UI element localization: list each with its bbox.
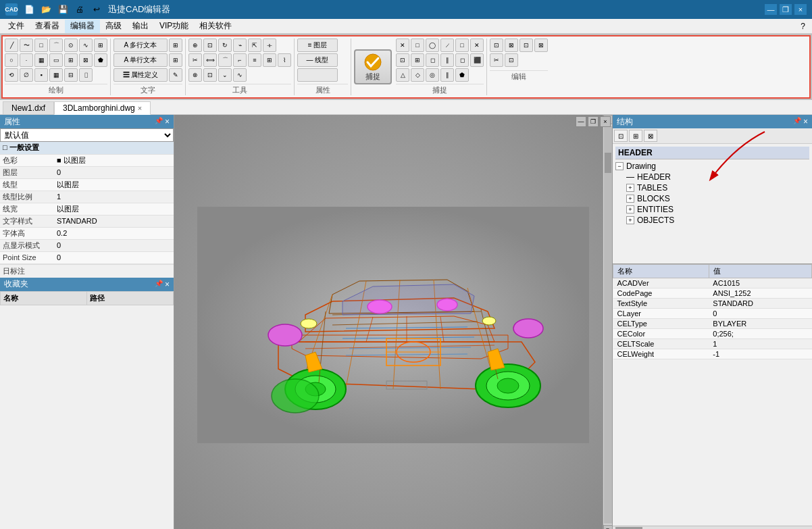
struct-tb-3[interactable]: ⊠ bbox=[644, 130, 657, 142]
tb-snap-2[interactable]: □ bbox=[411, 39, 424, 52]
tb-table[interactable]: ▦ bbox=[49, 68, 63, 82]
struct-pin[interactable]: 📌 bbox=[793, 117, 801, 126]
tb-wipeout[interactable]: ⟲ bbox=[5, 68, 18, 82]
tab-3dlamborghini[interactable]: 3DLamborghini.dwg × bbox=[54, 101, 151, 115]
right-props-scrollbar-h[interactable] bbox=[613, 526, 812, 529]
fav-pin[interactable]: 📌 bbox=[155, 280, 163, 289]
tb-polyline[interactable]: 〜 bbox=[20, 39, 33, 52]
vp-restore[interactable]: ❐ bbox=[588, 116, 599, 127]
tree-expand-entities[interactable]: + bbox=[626, 205, 634, 213]
struct-tb-2[interactable]: ⊞ bbox=[629, 130, 642, 142]
minimize-button[interactable]: — bbox=[765, 4, 777, 15]
tb-snap-14[interactable]: ◇ bbox=[411, 68, 424, 82]
scroll-thumb-v[interactable] bbox=[605, 153, 611, 173]
tb-more1[interactable]: ⊞ bbox=[94, 39, 107, 52]
tb-paste[interactable]: ⊡ bbox=[505, 53, 518, 67]
tb-edit-1[interactable]: ⊡ bbox=[490, 39, 503, 52]
tb-erase[interactable]: ⊗ bbox=[188, 68, 202, 82]
tb-edit-3[interactable]: ⊡ bbox=[519, 39, 533, 52]
open-button[interactable]: 📂 bbox=[39, 3, 53, 16]
tb-edit-4[interactable]: ⊠ bbox=[534, 39, 548, 52]
tb-chamfer[interactable]: ⌐ bbox=[233, 53, 247, 67]
tab-new1[interactable]: New1.dxf bbox=[3, 101, 54, 114]
viewport-scrollbar-v[interactable]: ▲ ▼ bbox=[603, 115, 612, 529]
menu-viewer[interactable]: 查看器 bbox=[30, 20, 65, 33]
tb-snap-16[interactable]: ∥ bbox=[440, 68, 454, 82]
tb-insert[interactable]: ⊞ bbox=[64, 53, 78, 67]
tb-arc[interactable]: ⌒ bbox=[49, 39, 63, 52]
tb-snap-17[interactable]: ⬟ bbox=[455, 68, 469, 82]
props-pin[interactable]: 📌 bbox=[155, 117, 163, 126]
save-button[interactable]: 💾 bbox=[55, 3, 70, 16]
tb-more2[interactable]: ⬟ bbox=[94, 53, 107, 67]
tb-circle[interactable]: ⊙ bbox=[64, 39, 78, 52]
properties-select[interactable]: 默认值 bbox=[0, 128, 174, 142]
tb-cut[interactable]: ✂ bbox=[490, 53, 503, 67]
restore-button[interactable]: ❐ bbox=[780, 4, 792, 15]
tree-item-entities[interactable]: + ENTITIES bbox=[626, 204, 809, 215]
menu-file[interactable]: 文件 bbox=[3, 20, 30, 33]
tb-join[interactable]: ⌄ bbox=[218, 68, 232, 82]
tb-singletext-extra[interactable]: ⊞ bbox=[169, 53, 182, 67]
tree-expand-tables[interactable]: + bbox=[626, 184, 634, 192]
tb-offset[interactable]: ≡ bbox=[248, 53, 261, 67]
close-button[interactable]: × bbox=[794, 4, 807, 15]
scroll-track-v[interactable] bbox=[604, 126, 612, 524]
snap-big-button[interactable]: 捕捉 bbox=[354, 49, 392, 84]
undo-button[interactable]: ↩ bbox=[89, 3, 104, 16]
tb-move[interactable]: ⊕ bbox=[188, 39, 202, 52]
menu-related[interactable]: 相关软件 bbox=[194, 20, 237, 33]
right-hscroll-thumb[interactable] bbox=[615, 527, 642, 530]
properties-scroll[interactable]: □ 一般设置 色彩 ■ 以图层 图层 0 线型 以图层 bbox=[0, 142, 174, 264]
tb-dot[interactable]: ▪ bbox=[34, 68, 48, 82]
tb-attdef[interactable]: ☰ 属性定义 bbox=[113, 68, 168, 82]
struct-close[interactable]: × bbox=[803, 117, 808, 126]
viewport-canvas[interactable] bbox=[174, 115, 612, 529]
help-button[interactable]: ? bbox=[796, 20, 809, 32]
tb-snap-1[interactable]: ✕ bbox=[396, 39, 409, 52]
vp-minimize[interactable]: — bbox=[576, 116, 586, 127]
menu-vip[interactable]: VIP功能 bbox=[154, 20, 194, 33]
tb-extend[interactable]: ⟺ bbox=[203, 53, 217, 67]
tb-snap-8[interactable]: ⊞ bbox=[411, 53, 424, 67]
tb-break[interactable]: ⌇ bbox=[278, 53, 291, 67]
tab-3dlamborghini-close[interactable]: × bbox=[138, 104, 142, 112]
scroll-down[interactable]: ▼ bbox=[603, 525, 613, 529]
tb-copy[interactable]: ⊡ bbox=[203, 39, 217, 52]
right-props-scroll[interactable]: 名称 值 ACADVer AC1015 CodePage ANSI_1252 bbox=[613, 264, 812, 526]
tb-array[interactable]: ⊞ bbox=[263, 53, 276, 67]
vp-close[interactable]: × bbox=[600, 116, 611, 127]
tree-item-tables[interactable]: + TABLES bbox=[626, 182, 809, 193]
tree-item-header[interactable]: — HEADER bbox=[626, 172, 809, 182]
tb-more3[interactable]: ⌷ bbox=[79, 68, 93, 82]
tb-revision[interactable]: ∅ bbox=[20, 68, 33, 82]
tree-item-objects[interactable]: + OBJECTS bbox=[626, 215, 809, 226]
tb-dline[interactable]: ⊟ bbox=[64, 68, 78, 82]
tb-snap-9[interactable]: ◻ bbox=[426, 53, 439, 67]
print-button[interactable]: 🖨 bbox=[72, 3, 87, 16]
tree-expand-objects[interactable]: + bbox=[626, 216, 634, 224]
tb-point[interactable]: · bbox=[20, 53, 33, 67]
tb-snap-13[interactable]: △ bbox=[396, 68, 409, 82]
menu-output[interactable]: 输出 bbox=[127, 20, 154, 33]
tb-rect[interactable]: □ bbox=[34, 39, 48, 52]
tb-stretch[interactable]: ⟛ bbox=[263, 39, 276, 52]
tb-snap-12[interactable]: ⬛ bbox=[470, 53, 484, 67]
tb-snap-5[interactable]: □ bbox=[455, 39, 469, 52]
struct-tb-1[interactable]: ⊡ bbox=[614, 130, 628, 142]
menu-advanced[interactable]: 高级 bbox=[100, 20, 127, 33]
tb-snap-7[interactable]: ⊡ bbox=[396, 53, 409, 67]
new-button[interactable]: 📄 bbox=[22, 3, 36, 16]
tb-snap-4[interactable]: ⟋ bbox=[440, 39, 454, 52]
props-close[interactable]: × bbox=[165, 117, 170, 126]
tb-spline[interactable]: ∿ bbox=[79, 39, 93, 52]
tb-layers[interactable]: ≡ 图层 bbox=[297, 39, 338, 52]
tb-rotate[interactable]: ↻ bbox=[218, 39, 232, 52]
tb-snap-10[interactable]: ∥ bbox=[440, 53, 454, 67]
menu-editor[interactable]: 编辑器 bbox=[65, 20, 100, 33]
tree-item-drawing[interactable]: − Drawing bbox=[615, 161, 809, 172]
tb-linetype[interactable]: — 线型 bbox=[297, 53, 338, 67]
tb-ellipse[interactable]: ○ bbox=[5, 53, 18, 67]
tb-xref[interactable]: ⊠ bbox=[79, 53, 93, 67]
tb-pedit[interactable]: ∿ bbox=[233, 68, 247, 82]
